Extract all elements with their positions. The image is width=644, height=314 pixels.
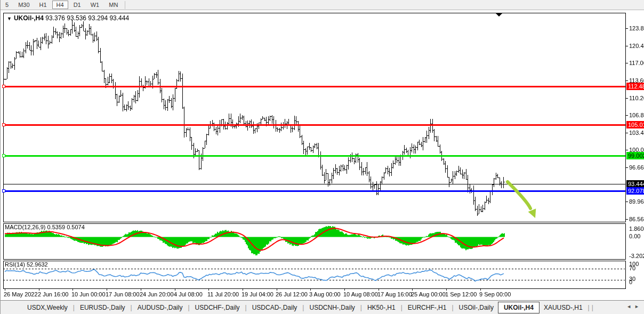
price-axis-tick: 89.960: [629, 198, 644, 205]
tab-usdcad-daily[interactable]: USDCAD-,Daily: [248, 302, 302, 313]
price-line-label-92.078: 92.078: [626, 187, 644, 195]
price-axis-tick: 117.060: [629, 60, 644, 67]
timeframe-button-d1[interactable]: D1: [69, 1, 85, 9]
timeframe-button-mn[interactable]: MN: [104, 1, 122, 9]
price-axis-tick: 86.560: [629, 216, 644, 223]
date-axis-label: 4 Jul 08:00: [174, 291, 203, 297]
macd-values: 0.5359 0.5074: [47, 224, 84, 230]
date-axis-label: 2 Jun 16:00: [38, 291, 69, 297]
tab-separator: |: [301, 304, 305, 311]
chart-area: ▼UKOil-,H4 93.376 93.536 93.294 93.444 M…: [1, 10, 644, 300]
date-axis-label: 10 Aug 08:00: [343, 291, 378, 297]
price-axis-tick: 96.660: [629, 164, 644, 171]
timeframe-button-5[interactable]: 5: [1, 1, 13, 9]
tab-separator: |: [450, 304, 454, 311]
tab-separator: |: [72, 304, 76, 311]
rsi-value: 52.9632: [27, 261, 48, 268]
tab-separator: |: [244, 304, 248, 311]
tab-audusd-daily[interactable]: AUDUSD-,Daily: [133, 302, 187, 313]
toolbar-separator: [125, 1, 125, 9]
timeframe-button-h1[interactable]: H1: [35, 1, 51, 9]
price-line-label-93.444: 93.444: [626, 180, 644, 188]
price-axis-tick: 106.860: [629, 112, 644, 119]
timeframe-button-m30[interactable]: M30: [14, 1, 34, 9]
chart-ohlc-values: 93.376 93.536 93.294 93.444: [45, 14, 129, 22]
rsi-axis-tick: 70: [629, 265, 644, 272]
price-line-label-105.015: 105.015: [626, 121, 644, 128]
tab-ukoil-h4[interactable]: UKOil-,H4: [498, 302, 540, 313]
tab-eurusd-daily[interactable]: EURUSD-,Daily: [76, 302, 130, 313]
price-axis-tick: 110.260: [629, 95, 644, 102]
date-axis-label: 9 Sep 00:00: [479, 291, 511, 297]
triangle-down-icon[interactable]: ▼: [7, 16, 12, 21]
date-axis-label: 25 Aug 00:00: [411, 291, 446, 297]
date-axis-label: 19 Jul 04:00: [241, 291, 273, 297]
symbol-tab-bar: USDX,Weekly|EURUSD-,Daily|AUDUSD-,Daily|…: [1, 300, 644, 314]
tab-usoil-daily[interactable]: USOil-,Daily: [455, 302, 498, 313]
chart-title: ▼UKOil-,H4 93.376 93.536 93.294 93.444: [7, 14, 129, 22]
chart-canvas[interactable]: [1, 10, 644, 300]
rsi-name: RSI(14): [5, 261, 25, 268]
macd-axis-tick: -3.2023: [629, 253, 644, 260]
tab-usdcnh-daily[interactable]: USDCNH-,Daily: [305, 302, 359, 313]
date-axis-label: 17 Aug 16:00: [377, 291, 412, 297]
tab-xauusd-h1[interactable]: XAUUSD-,H1: [540, 302, 587, 313]
tab-separator: |: [591, 304, 594, 311]
date-axis-label: 3 Aug 00:00: [309, 291, 341, 297]
macd-axis-tick: 1.8606: [629, 226, 644, 232]
tab-eurchf-h1[interactable]: EURCHF-,H1: [404, 302, 451, 313]
date-axis-label: 26 May 2022: [4, 291, 38, 297]
price-axis-tick: 120.460: [629, 43, 644, 50]
tab-separator: |: [359, 304, 363, 311]
date-axis-label: 10 Jun 00:00: [71, 291, 106, 297]
date-axis-label: 17 Jun 08:00: [106, 291, 140, 297]
price-axis-tick: 123.860: [629, 25, 644, 32]
price-line-label-99.002: 99.002: [626, 152, 644, 159]
price-line-label-112.486: 112.486: [626, 83, 644, 90]
timeframe-button-h4[interactable]: H4: [52, 1, 68, 9]
rsi-indicator-label: RSI(14) 52.9632: [5, 261, 48, 268]
date-axis-label: 1 Sep 12:00: [445, 291, 477, 297]
tab-separator: |: [587, 304, 591, 311]
price-axis-tick: 103.460: [629, 130, 644, 136]
macd-name: MACD(12,26,9): [5, 224, 45, 230]
tab-hk50-h1[interactable]: HK50-,H1: [363, 302, 400, 313]
timeframe-button-w1[interactable]: W1: [86, 1, 104, 9]
tab-separator: |: [400, 304, 404, 311]
tab-usdchf-daily[interactable]: USDCHF-,Daily: [191, 302, 244, 313]
chart-symbol: UKOil-,H4: [14, 14, 44, 22]
tab-separator: |: [187, 304, 190, 311]
timeframe-toolbar: 5M30H1H4D1W1MN: [1, 0, 644, 10]
date-axis-label: 11 Jul 20:00: [207, 291, 239, 297]
date-axis-label: 24 Jun 20:00: [140, 291, 174, 297]
trading-terminal-window: 5M30H1H4D1W1MN ▼UKOil-,H4 93.376 93.536 …: [0, 0, 644, 314]
macd-axis-tick: 0.00: [629, 233, 644, 240]
tab-scroll-arrows[interactable]: ◄►: [626, 304, 642, 309]
date-axis-label: 26 Jul 12:00: [276, 291, 308, 297]
macd-indicator-label: MACD(12,26,9) 0.5359 0.5074: [5, 224, 85, 230]
tab-separator: |: [130, 304, 133, 311]
tab-usdx-weekly[interactable]: USDX,Weekly: [23, 302, 72, 313]
rsi-axis-tick: 0: [629, 279, 644, 286]
